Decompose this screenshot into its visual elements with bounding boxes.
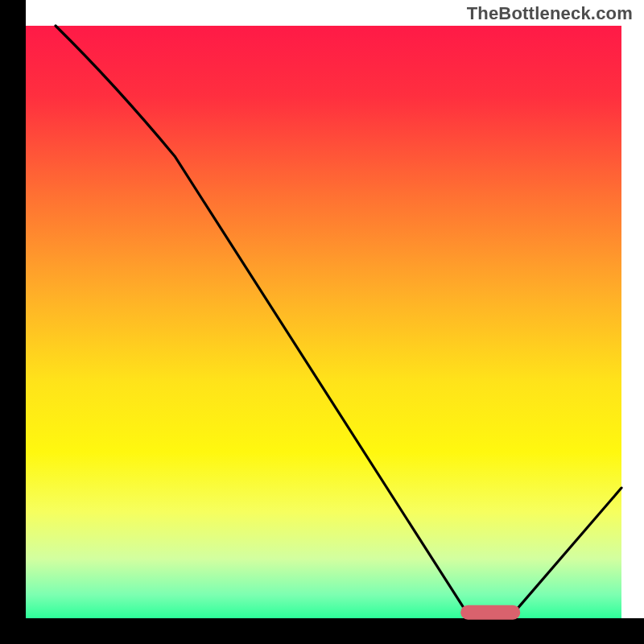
- plot-area: [26, 26, 621, 618]
- chart-stage: TheBottleneck.com: [0, 0, 644, 644]
- optimum-marker: [460, 605, 520, 620]
- axis-bottom: [0, 618, 644, 644]
- watermark-text: TheBottleneck.com: [467, 3, 633, 24]
- axis-left: [0, 0, 26, 644]
- bottleneck-chart: [0, 0, 644, 644]
